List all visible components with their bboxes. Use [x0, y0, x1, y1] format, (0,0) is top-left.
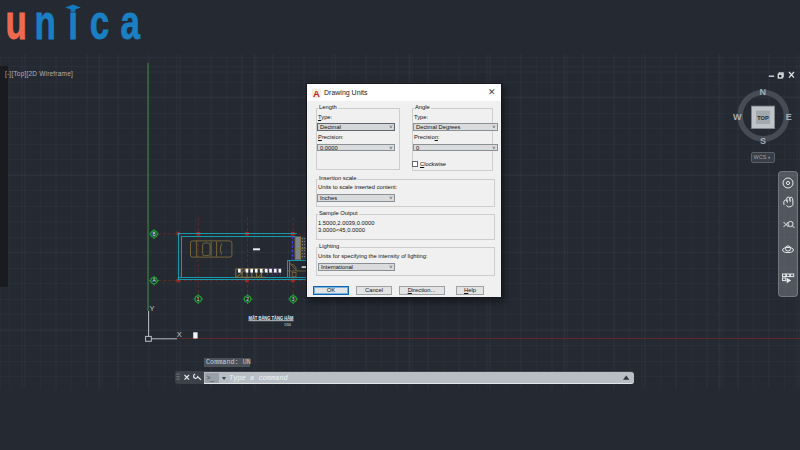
svg-text:Y: Y [150, 304, 155, 313]
svg-text:B: B [152, 232, 155, 237]
svg-text:MẶT BẰNG TẦNG HẦM: MẶT BẰNG TẦNG HẦM [249, 314, 294, 321]
svg-text:E: E [786, 112, 792, 122]
svg-text:X: X [177, 330, 182, 339]
svg-text:W: W [733, 112, 742, 122]
svg-text:N: N [759, 87, 766, 97]
svg-text:1/50: 1/50 [284, 323, 291, 327]
svg-text:3: 3 [292, 297, 295, 302]
svg-text:S: S [760, 136, 766, 146]
svg-text:TOP: TOP [757, 115, 769, 121]
svg-text:A: A [313, 89, 320, 98]
svg-text:2: 2 [246, 297, 249, 302]
svg-text:1: 1 [197, 297, 200, 302]
